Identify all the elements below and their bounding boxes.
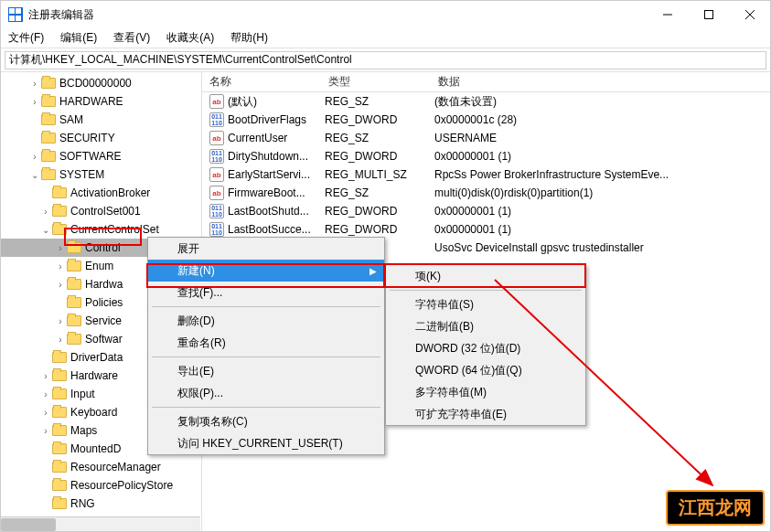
menu-view[interactable]: 查看(V) [110, 28, 154, 48]
table-row[interactable]: 011110LastBootSucce...REG_DWORD0x0000000… [202, 220, 770, 239]
context-submenu-new: 项(K) 字符串值(S) 二进制值(B) DWORD (32 位)值(D) QW… [385, 264, 586, 426]
tree-node[interactable]: ResourcePolicyStore [1, 476, 201, 495]
tree-node[interactable]: SECURITY [1, 129, 201, 147]
table-row[interactable]: abEarlyStartServi...REG_MULTI_SZRpcSs Po… [202, 165, 770, 184]
col-type[interactable]: 类型 [321, 74, 431, 90]
ctx-new[interactable]: 新建(N)▶ [148, 260, 384, 282]
close-button[interactable] [729, 2, 770, 27]
ctx-export[interactable]: 导出(E) [148, 360, 384, 382]
ctx-new-dword[interactable]: DWORD (32 位)值(D) [386, 337, 585, 359]
table-row[interactable]: ab(默认)REG_SZ(数值未设置) [202, 92, 770, 111]
menu-bar: 文件(F) 编辑(E) 查看(V) 收藏夹(A) 帮助(H) [1, 28, 770, 48]
tree-node[interactable]: RNG [1, 495, 201, 513]
menu-help[interactable]: 帮助(H) [227, 28, 272, 48]
app-icon [8, 7, 23, 22]
svg-rect-1 [704, 11, 712, 19]
col-name[interactable]: 名称 [202, 74, 321, 90]
ctx-new-binary[interactable]: 二进制值(B) [386, 315, 585, 337]
tree-node[interactable]: ›ControlSet001 [1, 202, 201, 220]
menu-file[interactable]: 文件(F) [5, 28, 48, 48]
ctx-new-multistring[interactable]: 多字符串值(M) [386, 381, 585, 403]
address-bar [1, 48, 770, 72]
window-title: 注册表编辑器 [28, 7, 94, 23]
ctx-copy-key-name[interactable]: 复制项名称(C) [148, 410, 384, 432]
ctx-new-string[interactable]: 字符串值(S) [386, 293, 585, 315]
ctx-new-key[interactable]: 项(K) [386, 265, 585, 287]
tree-node[interactable]: ResourceManager [1, 458, 201, 476]
watermark: 江西龙网 [666, 490, 765, 526]
menu-favorites[interactable]: 收藏夹(A) [163, 28, 218, 48]
menu-edit[interactable]: 编辑(E) [57, 28, 101, 48]
table-row[interactable]: abCurrentUserREG_SZUSERNAME [202, 129, 770, 147]
col-data[interactable]: 数据 [431, 74, 770, 90]
tree-node[interactable]: ActivationBroker [1, 184, 201, 202]
ctx-new-expandstring[interactable]: 可扩充字符串值(E) [386, 403, 585, 425]
minimize-button[interactable] [647, 2, 688, 27]
tree-node[interactable]: ⌄SYSTEM [1, 165, 201, 184]
ctx-new-qword[interactable]: QWORD (64 位)值(Q) [386, 359, 585, 381]
table-row[interactable]: 011110DirtyShutdown...REG_DWORD0x0000000… [202, 147, 770, 165]
context-menu: 展开 新建(N)▶ 查找(F)... 删除(D) 重命名(R) 导出(E) 权限… [147, 237, 385, 455]
ctx-find[interactable]: 查找(F)... [148, 282, 384, 303]
maximize-button[interactable] [688, 2, 729, 27]
list-header: 名称 类型 数据 [202, 72, 770, 92]
ctx-goto-hkcu[interactable]: 访问 HKEY_CURRENT_USER(T) [148, 432, 384, 454]
tree-node[interactable]: ›BCD00000000 [1, 74, 201, 92]
tree-node[interactable]: ›HARDWARE [1, 92, 201, 111]
ctx-rename[interactable]: 重命名(R) [148, 332, 384, 354]
ctx-delete[interactable]: 删除(D) [148, 310, 384, 332]
ctx-permissions[interactable]: 权限(P)... [148, 382, 384, 404]
table-row[interactable]: 011110LastBootShutd...REG_DWORD0x0000000… [202, 202, 770, 220]
tree-node[interactable]: ⌄CurrentControlSet [1, 220, 201, 239]
title-bar: 注册表编辑器 [1, 1, 770, 28]
table-row[interactable]: abFirmwareBoot...REG_SZmulti(0)disk(0)rd… [202, 184, 770, 202]
ctx-expand[interactable]: 展开 [148, 238, 384, 260]
horizontal-scrollbar[interactable] [1, 516, 200, 531]
address-input[interactable] [5, 51, 766, 69]
table-row[interactable]: 011110BootDriverFlagsREG_DWORD0x0000001c… [202, 111, 770, 129]
tree-node[interactable]: SAM [1, 111, 201, 129]
tree-node[interactable]: ›SOFTWARE [1, 147, 201, 165]
